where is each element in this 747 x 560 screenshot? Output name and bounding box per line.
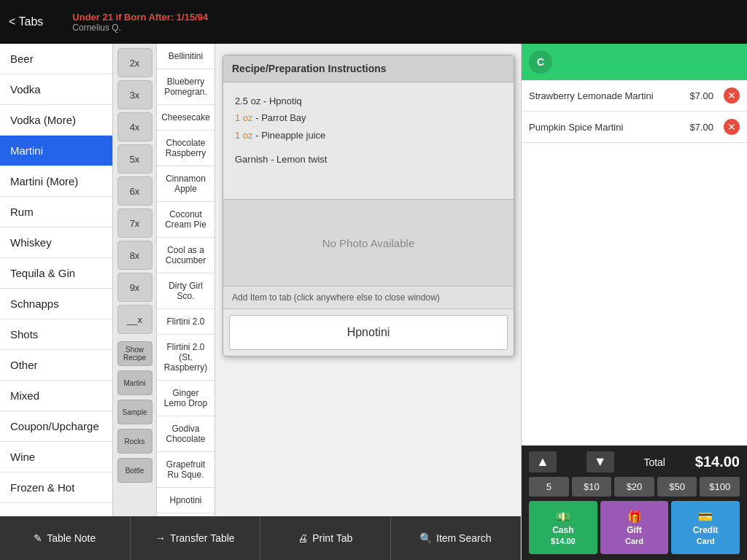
category-schnapps[interactable]: Schnapps	[0, 289, 112, 319]
category-coupon[interactable]: Coupon/Upcharge	[0, 411, 112, 442]
remove-item-0[interactable]: ✕	[724, 88, 740, 104]
category-wine[interactable]: Wine	[0, 442, 112, 472]
category-martini-more[interactable]: Martini (More)	[0, 166, 112, 197]
cash-icon: 💵	[556, 510, 570, 524]
martini-modifier[interactable]: Martini	[117, 370, 152, 395]
mult-7x[interactable]: 7x	[117, 209, 152, 238]
transfer-table-label: Transfer Table	[170, 532, 235, 544]
cash-button[interactable]: 💵 Cash $14.00	[529, 501, 597, 554]
item-chocolate[interactable]: Chocolate Raspberry	[157, 131, 214, 166]
order-item-0: Strawberry Lemonade Martini $7.00 ✕	[522, 80, 747, 112]
mult-4x[interactable]: 4x	[117, 112, 152, 141]
nav-row: ▲ ▼ Total $14.00	[529, 451, 740, 472]
mult-9x[interactable]: 9x	[117, 273, 152, 302]
quick-10[interactable]: $10	[572, 477, 612, 497]
add-item-button[interactable]: Hpnotini	[229, 315, 508, 350]
categories-panel: Beer Vodka Vodka (More) Martini Martini …	[0, 44, 113, 560]
mult-custom[interactable]: __x	[117, 305, 152, 334]
category-frozen[interactable]: Frozen & Hot	[0, 472, 112, 503]
instruction-highlight2: 1 oz	[235, 130, 253, 141]
sample-modifier[interactable]: Sample	[117, 400, 152, 424]
recipe-footer: Add Item to tab (click anywhere else to …	[223, 287, 514, 309]
print-tab-label: Print Tab	[312, 532, 352, 544]
tab-header: C	[522, 44, 747, 80]
category-mixed[interactable]: Mixed	[0, 381, 112, 411]
pay-methods: 💵 Cash $14.00 🎁 Gift Card 💳 Credit Card	[529, 501, 740, 554]
order-panel: C Strawberry Lemonade Martini $7.00 ✕ Pu…	[521, 44, 747, 560]
recipe-title: Recipe/Preparation Instructions	[223, 55, 514, 82]
order-item-name-0: Strawberry Lemonade Martini	[529, 90, 684, 101]
transfer-table-button[interactable]: → Transfer Table	[131, 516, 261, 560]
category-vodka[interactable]: Vodka	[0, 74, 112, 105]
show-recipe-button[interactable]: Show Recipe	[117, 341, 152, 366]
rocks-modifier[interactable]: Rocks	[117, 429, 152, 454]
quick-100[interactable]: $100	[700, 477, 740, 497]
item-cool[interactable]: Cool as a Cucumber	[157, 238, 214, 273]
mult-2x[interactable]: 2x	[117, 48, 152, 77]
item-cinnamon[interactable]: Cinnamon Apple	[157, 166, 214, 202]
item-godiva[interactable]: Godiva Chocolate	[157, 416, 214, 452]
mult-actions: Show Recipe Martini Sample Rocks Bottle	[117, 341, 152, 483]
item-flirtini[interactable]: Flirtini 2.0	[157, 309, 214, 335]
cash-label: Cash	[552, 525, 573, 535]
recipe-photo: No Photo Available	[223, 199, 514, 287]
recipe-instructions: 2.5 oz - Hpnotiq 1 oz - Parrot Bay 1 oz …	[223, 82, 514, 199]
multipliers-panel: 2x 3x 4x 5x 6x 7x 8x 9x __x Show Recipe …	[113, 44, 157, 560]
no-photo-text: No Photo Available	[322, 237, 414, 249]
gift-button[interactable]: 🎁 Gift Card	[600, 501, 669, 554]
order-items: Strawberry Lemonade Martini $7.00 ✕ Pump…	[522, 80, 747, 446]
gift-icon: 🎁	[627, 510, 642, 524]
category-tequila[interactable]: Tequila & Gin	[0, 258, 112, 289]
category-martini[interactable]: Martini	[0, 136, 112, 166]
order-item-1: Pumpkin Spice Martini $7.00 ✕	[522, 112, 747, 143]
bottom-bar: ✎ Table Note → Transfer Table 🖨 Print Ta…	[0, 516, 521, 560]
instruction-highlight1: 1 oz	[235, 112, 253, 123]
remove-item-1[interactable]: ✕	[724, 119, 740, 135]
transfer-icon: →	[155, 532, 166, 544]
category-beer[interactable]: Beer	[0, 44, 112, 74]
item-dirty[interactable]: Dirty Girl Sco.	[157, 273, 214, 309]
quick-20[interactable]: $20	[614, 477, 654, 497]
mult-5x[interactable]: 5x	[117, 144, 152, 174]
credit-button[interactable]: 💳 Credit Card	[671, 501, 740, 554]
item-cheesecake[interactable]: Cheesecake	[157, 105, 214, 131]
payment-section: ▲ ▼ Total $14.00 5 $10 $20 $50 $100 💵 Ca…	[522, 446, 747, 560]
instruction-line3-rest: - Pineapple juice	[255, 130, 325, 141]
total-label: Total	[643, 456, 665, 468]
mult-8x[interactable]: 8x	[117, 241, 152, 270]
category-shots[interactable]: Shots	[0, 319, 112, 350]
scroll-down-button[interactable]: ▼	[587, 451, 614, 472]
instruction-line2-rest: - Parrot Bay	[255, 112, 306, 123]
order-item-name-1: Pumpkin Spice Martini	[529, 122, 684, 133]
mult-6x[interactable]: 6x	[117, 176, 152, 206]
item-flirtini-st[interactable]: Flirtini 2.0 (St. Raspberry)	[157, 335, 214, 381]
table-note-button[interactable]: ✎ Table Note	[0, 516, 131, 560]
item-coconut[interactable]: Coconut Cream Pie	[157, 202, 214, 238]
instruction-garnish: Garnish - Lemon twist	[235, 151, 502, 168]
back-button[interactable]: < Tabs	[9, 15, 43, 28]
quick-5[interactable]: 5	[529, 477, 569, 497]
category-rum[interactable]: Rum	[0, 197, 112, 228]
quick-amounts: 5 $10 $20 $50 $100	[529, 477, 740, 497]
bottle-modifier[interactable]: Bottle	[117, 458, 152, 483]
scroll-up-button[interactable]: ▲	[529, 451, 557, 472]
category-vodka-more[interactable]: Vodka (More)	[0, 105, 112, 136]
gift-label: Gift	[627, 525, 642, 535]
mult-3x[interactable]: 3x	[117, 80, 152, 109]
credit-icon: 💳	[698, 510, 713, 524]
item-ginger[interactable]: Ginger Lemo Drop	[157, 381, 214, 416]
table-note-label: Table Note	[47, 532, 96, 544]
table-note-icon: ✎	[34, 532, 42, 544]
recipe-popup[interactable]: Recipe/Preparation Instructions 2.5 oz -…	[222, 55, 514, 357]
item-search-button[interactable]: 🔍 Item Search	[391, 516, 522, 560]
category-other[interactable]: Other	[0, 350, 112, 381]
item-grapefruit[interactable]: Grapefruit Ru Sque.	[157, 452, 214, 488]
print-icon: 🖨	[298, 532, 308, 544]
category-whiskey[interactable]: Whiskey	[0, 228, 112, 258]
print-tab-button[interactable]: 🖨 Print Tab	[260, 516, 391, 560]
instruction-line3: 1 oz - Pineapple juice	[235, 127, 502, 144]
item-hpnotini[interactable]: Hpnotini	[157, 488, 214, 513]
item-blueberry[interactable]: Blueberry Pomegran.	[157, 69, 214, 105]
item-bellinitini[interactable]: Bellinitini	[157, 44, 214, 69]
quick-50[interactable]: $50	[657, 477, 697, 497]
